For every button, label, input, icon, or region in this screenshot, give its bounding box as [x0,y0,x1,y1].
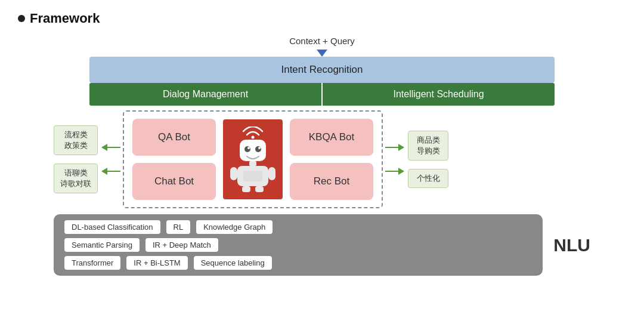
qa-bot-box: QA Bot [132,119,216,156]
intent-recognition-box: Intent Recognition [89,57,555,83]
rec-bot-box: Rec Bot [290,163,373,200]
svg-point-3 [255,146,261,152]
left-label-1: 语聊类 诗歌对联 [54,164,98,193]
arrowline-right-top [385,147,398,148]
context-section: Context + Query [289,36,355,57]
nlu-row-2: Semantic Parsing IR + Deep Match [64,238,532,252]
nlu-tag-rl: RL [166,220,191,234]
svg-point-4 [247,147,250,149]
svg-rect-10 [268,167,275,180]
nlu-tag-seq-label: Sequence labeling [194,256,272,270]
page-title: Framework [30,11,100,26]
arrowline-left-top [107,147,120,148]
arrow-left-top [101,144,120,151]
nlu-row-3: Transformer IR + Bi-LSTM Sequence labeli… [64,256,532,270]
nlu-label: NLU [553,235,590,255]
left-label-0: 流程类 政策类 [54,125,98,155]
svg-rect-11 [242,186,250,192]
arrowhead-right-bottom [398,168,404,175]
bullet-icon [18,15,25,22]
right-labels: 商品类 导购类 个性化 [408,131,448,189]
arrowhead-left-top [101,144,107,151]
arrowline-right-bottom [385,171,398,172]
arrow-down-icon [317,50,327,57]
nlu-row-1: DL-based Classification RL Knowledge Gra… [64,220,532,234]
arrow-right-top [385,144,404,151]
arrow-left-bottom [101,168,120,175]
kbqa-bot-box: KBQA Bot [290,119,373,156]
svg-rect-12 [255,186,264,192]
robot-svg-icon [229,127,277,192]
context-label: Context + Query [289,36,355,46]
svg-rect-8 [243,171,262,181]
chat-bot-box: Chat Bot [132,163,216,200]
right-arrows [385,144,404,175]
svg-rect-9 [230,167,237,180]
nlu-tag-semantic: Semantic Parsing [64,238,140,252]
nlu-tag-ir-deep: IR + Deep Match [145,238,218,252]
arrowhead-right-top [398,144,404,151]
nlu-tag-transformer: Transformer [64,256,120,270]
left-bot-column: QA Bot Chat Bot [132,119,216,200]
diagram: Context + Query Intent Recognition Dialo… [18,36,626,322]
nlu-section: DL-based Classification RL Knowledge Gra… [54,214,590,276]
nlu-box: DL-based Classification RL Knowledge Gra… [54,214,543,276]
intelligent-scheduling-box: Intelligent Scheduling [323,83,555,106]
dialog-management-box: Dialog Management [89,83,321,106]
dashed-container: QA Bot Chat Bot [123,110,383,208]
left-arrows [101,144,120,175]
right-bot-column: KBQA Bot Rec Bot [290,119,373,200]
right-label-1: 个性化 [408,169,448,188]
right-label-0: 商品类 导购类 [408,131,448,161]
intent-recognition-label: Intent Recognition [281,64,363,76]
arrow-right-bottom [385,168,404,175]
left-labels: 流程类 政策类 语聊类 诗歌对联 [54,125,98,194]
robot-image [223,119,283,199]
nlu-tag-ir-bilstm: IR + Bi-LSTM [126,256,187,270]
nlu-tag-dl: DL-based Classification [64,220,160,234]
svg-point-5 [258,147,261,149]
middle-section: 流程类 政策类 语聊类 诗歌对联 [54,110,590,208]
svg-rect-6 [249,161,256,166]
management-row: Dialog Management Intelligent Scheduling [89,83,555,106]
arrowline-left-bottom [107,171,120,172]
title-row: Framework [18,11,626,26]
svg-point-0 [252,136,255,139]
arrowhead-left-bottom [101,168,107,175]
nlu-tag-kg: Knowledge Graph [196,220,273,234]
svg-rect-1 [240,140,266,161]
svg-point-2 [244,146,250,152]
page: Framework Context + Query Intent Recogni… [0,0,644,333]
